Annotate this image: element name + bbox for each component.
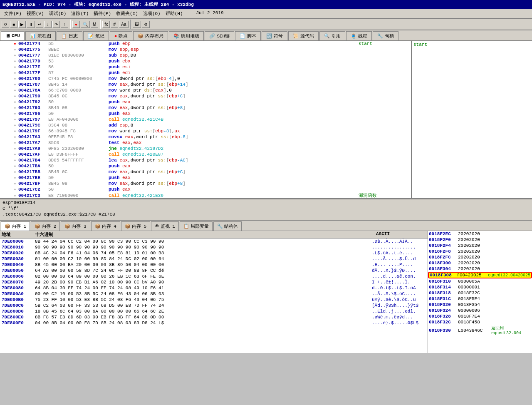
- stack-row[interactable]: 0018F30420202020: [428, 266, 532, 272]
- bottom-tab-watch1[interactable]: 👁 监视 1: [151, 221, 179, 231]
- disasm-row[interactable]: ●0042179C83C4 08add esp,8: [0, 122, 411, 128]
- bottom-tab-mem2[interactable]: 📦 内存 2: [31, 221, 60, 231]
- disasm-row[interactable]: ●0042178A66:C700 0000mov word ptr ds:[ea…: [0, 87, 411, 93]
- toolbar-hash[interactable]: #: [111, 21, 118, 28]
- menu-file[interactable]: 文件(F): [2, 10, 24, 17]
- bottom-tab-mem5[interactable]: 📦 内存 5: [121, 221, 150, 231]
- memory-row[interactable]: 7DE800C05B C2 64 03 00 FF 33 53 68 D5 00…: [0, 303, 428, 308]
- disasm-row[interactable]: ●004217938B45 08mov eax,dword ptr ss:[eb…: [0, 105, 411, 111]
- disasm-row[interactable]: ●0042179250push eax: [0, 99, 411, 105]
- toolbar-pause[interactable]: ⏸: [27, 21, 35, 28]
- stack-row[interactable]: 0018F30020202020: [428, 260, 532, 266]
- stack-row[interactable]: 0018F2F820202020: [428, 248, 532, 254]
- toolbar-aa[interactable]: Aa: [119, 21, 128, 28]
- memory-rows[interactable]: 7DE800008B 44 24 04 CC C2 04 00 8C 90 C3…: [0, 239, 428, 353]
- stack-row[interactable]: 0018F31C0018F5E4: [428, 296, 532, 302]
- stack-row[interactable]: 0018F31400000001: [428, 284, 532, 290]
- memory-row[interactable]: 7DE8008064 8B 04 30 FF 74 24 00 FF 74 24…: [0, 285, 428, 291]
- toolbar-restart[interactable]: ↩: [36, 21, 43, 28]
- tab-memory-layout[interactable]: 📦 内存布局: [133, 31, 168, 40]
- bottom-tab-struct[interactable]: 🔧 结构体: [213, 221, 242, 231]
- toolbar-trace[interactable]: 🔍: [81, 21, 90, 28]
- disasm-row[interactable]: ●004217A90F85 23020000jne eqnedt32.42197…: [0, 146, 411, 152]
- stack-row[interactable]: 0018F3100000005A: [428, 278, 532, 284]
- memory-row[interactable]: 7DE8001090 90 90 90 90 90 90 90 90 90 90…: [0, 244, 428, 250]
- toolbar-new[interactable]: ↺: [2, 21, 9, 28]
- tab-notes[interactable]: 📝 笔记: [83, 31, 109, 40]
- stack-row[interactable]: 0018F2F420202020: [428, 243, 532, 248]
- stack-row[interactable]: 0018F3200018F354: [428, 302, 532, 308]
- tab-flowgraph[interactable]: 📊 流程图: [25, 31, 56, 40]
- memory-row[interactable]: 7DE800208B 4C 24 04 F6 41 04 06 74 05 E8…: [0, 250, 428, 256]
- toolbar-step-into[interactable]: ↓: [44, 21, 52, 28]
- disasm-row[interactable]: ●004217758BECmov ebp,esp: [0, 47, 411, 52]
- memory-row[interactable]: 7DE800F004 00 8B 04 00 00 E8 7D 8B 24 08…: [0, 320, 428, 326]
- disasm-row[interactable]: ●0042177D53push ebx: [0, 58, 411, 64]
- stack-row[interactable]: 0018F2F020202020: [428, 237, 532, 243]
- bottom-tab-mem3[interactable]: 📦 内存 3: [61, 221, 90, 231]
- memory-row[interactable]: 7DE8003001 00 00 00 C2 10 00 90 8D 84 24…: [0, 256, 428, 262]
- menu-plugin[interactable]: 插件(P): [91, 10, 114, 17]
- disasm-row[interactable]: ●004217BF8B45 08mov eax,dword ptr ss:[eb…: [0, 181, 411, 186]
- tab-log[interactable]: 📋 日志: [57, 31, 82, 40]
- menu-favorites[interactable]: 收藏夹(I): [114, 10, 141, 17]
- tab-cpu[interactable]: 🖥 CPU: [1, 31, 25, 40]
- disasm-row[interactable]: ●004217B48D85 54FFFFFFlea eax,dword ptr …: [0, 157, 411, 163]
- toolbar-mem[interactable]: M: [91, 21, 98, 28]
- memory-row[interactable]: 7DE800A000 00 C2 10 00 53 8B 5C 24 08 F6…: [0, 291, 428, 297]
- disasm-row[interactable]: ●0042179650push eax: [0, 111, 411, 117]
- toolbar-step-over[interactable]: ↷: [52, 21, 60, 28]
- disasm-row[interactable]: ●004217908B45 0Cmov eax,dword ptr ss:[eb…: [0, 93, 411, 99]
- menu-help[interactable]: 帮助(H): [163, 10, 186, 17]
- disasm-row[interactable]: ●004217A30FBF45 F8movsx eax,word ptr ss:…: [0, 134, 411, 140]
- disasm-row[interactable]: ●004217878B45 14mov eax,dword ptr ss:[eb…: [0, 82, 411, 87]
- memory-row[interactable]: 7DE8007049 20 2B 00 90 EB B1 A6 02 10 00…: [0, 279, 428, 285]
- memory-row[interactable]: 7DE800408B 45 00 00 BA 20 00 00 09 8B 89…: [0, 262, 428, 268]
- tab-source[interactable]: 📜 源代码: [288, 31, 319, 40]
- tab-breakpoints[interactable]: ● 断点: [110, 31, 133, 40]
- disasm-row[interactable]: ●0042179F66:8945 F8mov word ptr ss:[ebp-…: [0, 128, 411, 134]
- bottom-tab-mem4[interactable]: 📦 内存 4: [91, 221, 120, 231]
- tab-handles[interactable]: 🔧 句柄: [373, 31, 398, 40]
- stack-row[interactable]: 0018F308f00420025eqnedt32.00420025: [428, 272, 532, 278]
- disasm-row[interactable]: ●0042177F57push edi: [0, 70, 411, 76]
- memory-row[interactable]: 7DE800D018 8B 45 6C 64 03 00 6A 00 00 00…: [0, 308, 428, 314]
- toolbar-stop[interactable]: ■: [10, 21, 17, 28]
- disasm-row[interactable]: ●00421797E8 AF040000call eqnedt32.421C4B: [0, 117, 411, 122]
- toolbar-run[interactable]: ▶: [18, 21, 26, 28]
- stack-row[interactable]: 0018F2FC20202020: [428, 254, 532, 260]
- disasm-row[interactable]: ●0042177781EC D8000000sub esp,D8: [0, 52, 411, 58]
- stack-row[interactable]: 0018F32C0018F458: [428, 319, 532, 325]
- disasm-container[interactable]: ●0042177455push ebpstart●004217758BECmov…: [0, 41, 411, 198]
- disasm-row[interactable]: ●0042177E56push esi: [0, 64, 411, 70]
- toolbar-bp[interactable]: ●: [72, 21, 80, 28]
- memory-row[interactable]: 7DE8005064 A3 00 00 00 58 8D 7C 24 0C FF…: [0, 268, 428, 273]
- tab-seh[interactable]: 🔗 SEH链: [205, 31, 234, 40]
- memory-row[interactable]: 7DE800E08B F8 57 E8 8D 6D 03 00 EB F8 8B…: [0, 314, 428, 320]
- disasm-row[interactable]: ●00421780C745 FC 00000000mov dword ptr s…: [0, 76, 411, 82]
- disasm-row[interactable]: ●0042177455push ebpstart: [0, 41, 411, 47]
- menu-debug[interactable]: 调试(D): [47, 10, 69, 17]
- toolbar-settings[interactable]: ⚙: [142, 21, 150, 28]
- bottom-tab-locals[interactable]: 📋 局部变量: [180, 221, 213, 231]
- tab-threads[interactable]: 🧵 线程: [346, 31, 372, 40]
- stack-rows[interactable]: 0018F2EC202020200018F2F0202020200018F2F4…: [428, 231, 532, 353]
- stack-row[interactable]: 0018F3280018F7E4: [428, 313, 532, 319]
- memory-row[interactable]: 7DE8006002 00 00 00 64 89 00 00 00 26 EB…: [0, 273, 428, 279]
- disasm-row[interactable]: ●004217BA50push eax: [0, 163, 411, 169]
- memory-row[interactable]: 7DE800008B 44 24 04 CC C2 04 00 8C 90 C3…: [0, 239, 428, 244]
- toolbar-img[interactable]: 🖼: [133, 21, 141, 28]
- disasm-row[interactable]: ●004217BB8B45 0Cmov eax,dword ptr ss:[eb…: [0, 169, 411, 175]
- stack-row[interactable]: 0018F2EC20202020: [428, 231, 532, 237]
- tab-references[interactable]: 🔍 引用: [319, 31, 345, 40]
- tab-script[interactable]: 📄 脚本: [235, 31, 261, 40]
- tab-callstack[interactable]: 📚 调用堆栈: [169, 31, 204, 40]
- stack-row[interactable]: 0018F3180018F32C: [428, 290, 532, 296]
- disasm-row[interactable]: ●004217BE50push eax: [0, 175, 411, 181]
- disasm-row[interactable]: ●004217C250push eax: [0, 186, 411, 192]
- bottom-tab-mem1[interactable]: 📦 内存 1: [1, 221, 30, 231]
- tab-symbols[interactable]: 🔣 符号: [262, 31, 287, 40]
- disasm-row[interactable]: ●004217AFE8 D3F6FFFFcall eqnedt32.420E87: [0, 152, 411, 157]
- disasm-row[interactable]: ●004217C3E8 71060000call eqnedt32.421E39…: [0, 192, 411, 198]
- disasm-row[interactable]: ●004217A785C0test eax,eax: [0, 140, 411, 146]
